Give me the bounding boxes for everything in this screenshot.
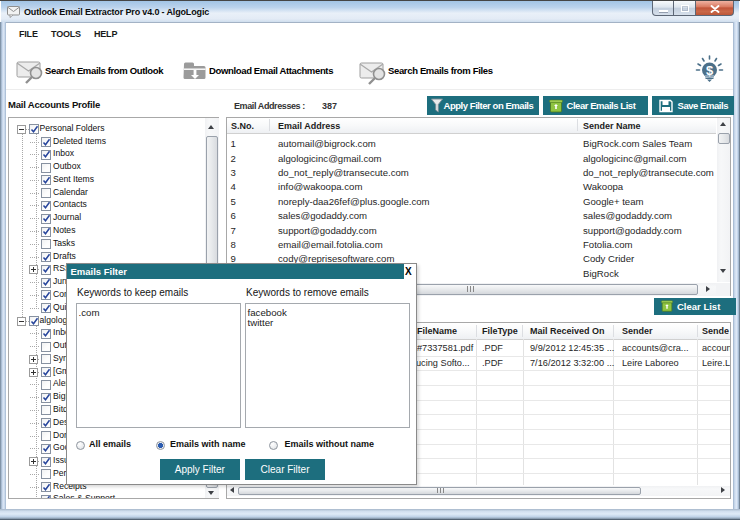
svg-text:$: $ <box>706 63 714 78</box>
